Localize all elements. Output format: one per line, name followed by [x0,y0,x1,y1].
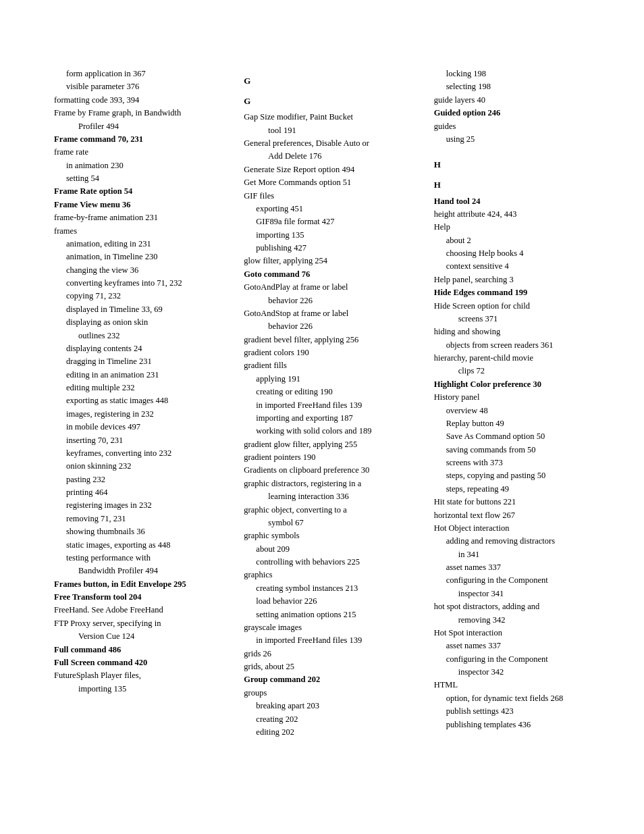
index-entry: guide layers 40 [434,94,603,107]
index-entry: Replay button 49 [434,417,603,430]
index-entry: behavior 226 [244,320,413,333]
index-entry: static images, exporting as 448 [54,539,223,552]
index-entry: outlines 232 [54,330,223,342]
index-entry: setting animation options 215 [244,608,413,621]
content-columns: form application in 367visible parameter… [54,68,603,739]
section-letter-g: G [244,95,413,108]
index-entry: Gradients on clipboard preference 30 [244,464,413,477]
index-entry: inspector 341 [434,588,603,600]
index-entry: Full command 486 [54,644,223,656]
column-3: locking 198selecting 198guide layers 40G… [434,68,603,739]
index-entry: tool 191 [244,124,413,137]
index-entry: screens 371 [434,313,603,325]
index-entry: frame-by-frame animation 231 [54,211,223,224]
index-entry: animation, editing in 231 [54,238,223,251]
index-entry: Frame Rate option 54 [54,185,223,198]
index-entry: Frame command 70, 231 [54,133,223,146]
index-entry: Goto command 76 [244,268,413,281]
index-entry: animation, in Timeline 230 [54,251,223,263]
index-entry: using 25 [434,133,603,146]
index-entry: importing and exporting 187 [244,412,413,425]
index-entry: saving commands from 50 [434,444,603,457]
index-entry: Frame by Frame graph, in Bandwidth [54,107,223,120]
index-entry: guides [434,120,603,133]
index-entry: horizontal text flow 267 [434,509,603,522]
index-entry: form application in 367 [54,68,223,80]
index-entry: converting keyframes into 71, 232 [54,277,223,290]
index-entry: Version Cue 124 [54,630,223,643]
index-entry: inspector 342 [434,666,603,679]
index-entry: Add Delete 176 [244,150,413,163]
index-entry: adding and removing distractors [434,535,603,548]
index-entry: gradient colors 190 [244,346,413,359]
index-entry: clips 72 [434,365,603,377]
index-entry: FTP Proxy server, specifying in [54,617,223,630]
index-entry: publishing 427 [244,242,413,255]
index-entry: controlling with behaviors 225 [244,556,413,569]
index-entry: choosing Help books 4 [434,247,603,260]
index-entry: GotoAndPlay at frame or label [244,281,413,294]
index-entry: Frames button, in Edit Envelope 295 [54,578,223,591]
index-entry: learning interaction 336 [244,490,413,503]
section-letter-h: H [434,178,603,192]
index-entry: grids 26 [244,648,413,660]
index-entry: steps, repeating 49 [434,483,603,496]
index-entry: hiding and showing [434,325,603,338]
index-entry: working with solid colors and 189 [244,425,413,438]
index-entry: creating or editing 190 [244,386,413,398]
index-entry: gradient fills [244,359,413,372]
index-entry: Hide Edges command 199 [434,286,603,299]
index-entry: asset names 337 [434,640,603,652]
index-entry: selecting 198 [434,80,603,93]
index-entry: graphic distractors, registering in a [244,477,413,490]
index-entry: Get More Commands option 51 [244,176,413,189]
index-entry: option, for dynamic text fields 268 [434,692,603,705]
column-2: GGGap Size modifier, Paint Buckettool 19… [244,68,433,739]
index-entry: Hand tool 24 [434,195,603,208]
index-entry: configuring in the Component [434,574,603,587]
index-entry: Gap Size modifier, Paint Bucket [244,111,413,124]
index-entry: publish settings 423 [434,705,603,718]
section-letter-g: G [244,74,413,88]
page: form application in 367visible parameter… [0,0,644,834]
index-entry: GIF files [244,190,413,203]
index-entry: Hide Screen option for child [434,300,603,313]
index-entry: in animation 230 [54,159,223,172]
index-entry: steps, copying and pasting 50 [434,469,603,482]
index-entry: pasting 232 [54,473,223,486]
spacer [434,146,603,151]
index-entry: copying 71, 232 [54,290,223,303]
index-entry: context sensitive 4 [434,260,603,273]
index-entry: objects from screen readers 361 [434,339,603,352]
index-entry: about 2 [434,234,603,247]
index-entry: in imported FreeHand files 139 [244,399,413,412]
index-entry: registering images in 232 [54,499,223,512]
index-entry: Group command 202 [244,673,413,686]
index-entry: displaying as onion skin [54,316,223,329]
index-entry: HTML [434,679,603,692]
index-entry: grayscale images [244,621,413,634]
index-entry: load behavior 226 [244,595,413,608]
column-1: form application in 367visible parameter… [54,68,244,739]
index-entry: removing 342 [434,614,603,627]
index-entry: creating symbol instances 213 [244,582,413,595]
index-entry: Profiler 494 [54,120,223,133]
index-entry: about 209 [244,543,413,556]
index-entry: FutureSplash Player files, [54,669,223,682]
index-entry: formatting code 393, 394 [54,94,223,107]
index-entry: Bandwidth Profiler 494 [54,565,223,577]
index-entry: Generate Size Report option 494 [244,163,413,176]
index-entry: Hit state for buttons 221 [434,496,603,509]
index-entry: inserting 70, 231 [54,434,223,447]
index-entry: graphic object, converting to a [244,504,413,517]
index-entry: graphics [244,569,413,581]
index-entry: GIF89a file format 427 [244,215,413,228]
index-entry: Help panel, searching 3 [434,273,603,286]
index-entry: changing the view 36 [54,264,223,277]
index-entry: behavior 226 [244,294,413,307]
index-entry: asset names 337 [434,561,603,574]
index-entry: Guided option 246 [434,107,603,120]
index-entry: Save As Command option 50 [434,430,603,443]
index-entry: height attribute 424, 443 [434,208,603,221]
index-entry: displaying contents 24 [54,342,223,355]
